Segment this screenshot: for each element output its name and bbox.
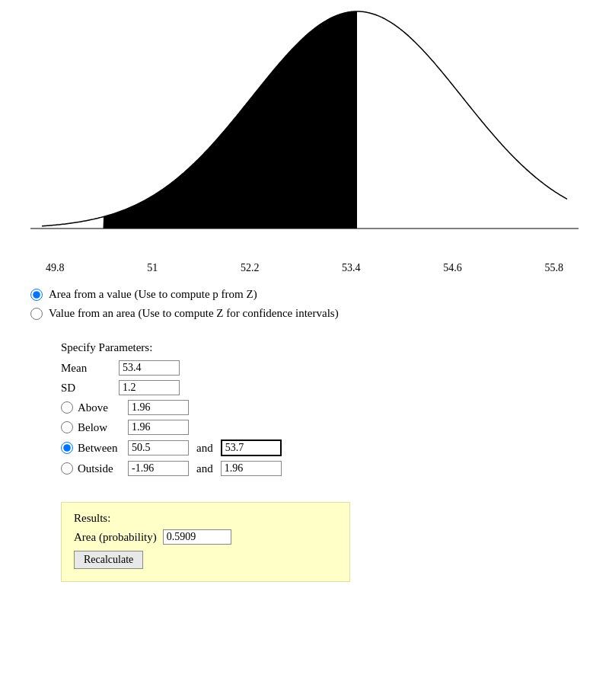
- mean-row: Mean: [61, 360, 579, 376]
- normal-distribution-chart: // Helper: normal pdf (not needed here, …: [0, 0, 609, 259]
- mean-label: Mean: [61, 362, 114, 375]
- below-radio[interactable]: [61, 421, 73, 433]
- above-radio[interactable]: [61, 401, 73, 414]
- outside-radio[interactable]: [61, 462, 73, 475]
- between-input2[interactable]: [221, 439, 282, 456]
- results-section: Results: Area (probability) Recalculate: [61, 502, 350, 582]
- sd-input[interactable]: [119, 380, 180, 395]
- option1-label[interactable]: Area from a value (Use to compute p from…: [49, 288, 257, 301]
- option1-radio[interactable]: [30, 289, 43, 301]
- x-label-4: 53.4: [342, 262, 361, 274]
- option2-label[interactable]: Value from an area (Use to compute Z for…: [49, 307, 339, 320]
- outside-input2[interactable]: [221, 461, 282, 476]
- above-input[interactable]: [128, 400, 189, 415]
- area-row: Area (probability): [74, 529, 337, 545]
- option2-radio[interactable]: [30, 308, 43, 320]
- between-input1[interactable]: [128, 440, 189, 455]
- above-label[interactable]: Above: [78, 401, 123, 414]
- below-input[interactable]: [128, 420, 189, 435]
- outside-label[interactable]: Outside: [78, 462, 123, 475]
- x-label-5: 54.6: [443, 262, 462, 274]
- params-title: Specify Parameters:: [61, 341, 579, 354]
- x-label-3: 52.2: [241, 262, 260, 274]
- outside-input1[interactable]: [128, 461, 189, 476]
- between-label[interactable]: Between: [78, 442, 123, 455]
- outside-row: Outside and: [61, 461, 579, 476]
- area-label: Area (probability): [74, 531, 157, 544]
- between-and: and: [196, 442, 213, 455]
- option1-row: Area from a value (Use to compute p from…: [30, 288, 579, 301]
- x-label-1: 49.8: [46, 262, 65, 274]
- results-title: Results:: [74, 512, 337, 525]
- above-row: Above: [61, 400, 579, 415]
- recalculate-button[interactable]: Recalculate: [74, 551, 143, 569]
- area-value[interactable]: [163, 529, 231, 545]
- option2-row: Value from an area (Use to compute Z for…: [30, 307, 579, 320]
- x-label-6: 55.8: [544, 262, 563, 274]
- between-row: Between and: [61, 439, 579, 456]
- between-radio[interactable]: [61, 442, 73, 454]
- sd-row: SD: [61, 380, 579, 395]
- x-label-2: 51: [147, 262, 158, 274]
- mean-input[interactable]: [119, 360, 180, 376]
- outside-and: and: [196, 462, 213, 475]
- params-section: Specify Parameters: Mean SD Above Below …: [0, 334, 609, 488]
- sd-label: SD: [61, 382, 114, 395]
- below-row: Below: [61, 420, 579, 435]
- x-axis-labels: 49.8 51 52.2 53.4 54.6 55.8: [0, 262, 609, 274]
- options-section: Area from a value (Use to compute p from…: [0, 274, 609, 334]
- below-label[interactable]: Below: [78, 421, 123, 434]
